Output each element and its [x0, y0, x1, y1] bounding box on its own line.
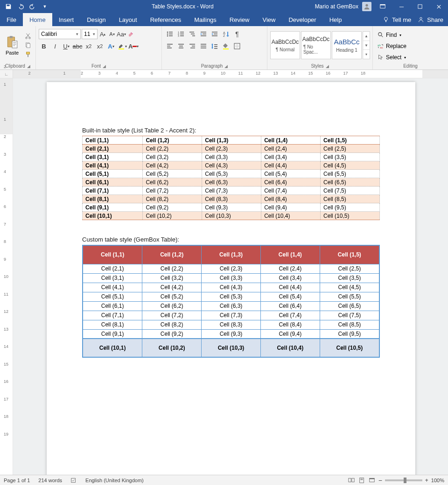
status-proofing-icon[interactable] — [70, 477, 77, 484]
zoom-level[interactable]: 100% — [431, 478, 444, 483]
table-cell[interactable]: Cell (9,5) — [320, 329, 379, 339]
clear-formatting-button[interactable] — [126, 29, 135, 39]
table-cell[interactable]: Cell (5,2) — [142, 292, 202, 301]
table-cell[interactable]: Cell (8,5) — [320, 320, 379, 329]
table-cell[interactable]: Cell (7,4) — [260, 311, 320, 320]
table-cell[interactable]: Cell (8,4) — [261, 195, 321, 203]
table-cell[interactable]: Cell (8,1) — [83, 195, 143, 203]
table-cell[interactable]: Cell (5,1) — [83, 170, 143, 178]
user-avatar-icon[interactable] — [362, 2, 371, 11]
table-cell[interactable]: Cell (1,3) — [202, 245, 261, 264]
copy-button[interactable] — [23, 42, 33, 49]
table-cell[interactable]: Cell (1,3) — [202, 136, 261, 145]
clipboard-dialog-launcher[interactable]: ◢ — [27, 64, 30, 69]
table-cell[interactable]: Cell (10,5) — [320, 339, 379, 357]
save-icon[interactable] — [3, 1, 14, 12]
numbering-button[interactable]: 123 — [176, 29, 186, 39]
select-button[interactable]: Select▾ — [376, 52, 408, 62]
replace-button[interactable]: abac Replace — [376, 41, 408, 51]
table-cell[interactable]: Cell (1,1) — [83, 136, 143, 145]
table-cell[interactable]: Cell (2,2) — [142, 264, 202, 273]
table-cell[interactable]: Cell (9,4) — [260, 329, 320, 339]
table-cell[interactable]: Cell (8,2) — [143, 195, 202, 203]
table-cell[interactable]: Cell (6,2) — [142, 301, 202, 311]
table-cell[interactable]: Cell (8,3) — [202, 195, 261, 203]
table-cell[interactable]: Cell (1,2) — [142, 245, 202, 264]
table-cell[interactable]: Cell (5,4) — [261, 170, 321, 178]
table-cell[interactable]: Cell (5,5) — [320, 292, 379, 301]
table-cell[interactable]: Cell (3,3) — [202, 153, 261, 161]
table-cell[interactable]: Cell (2,5) — [320, 264, 379, 273]
table-cell[interactable]: Cell (9,2) — [143, 203, 202, 212]
table-cell[interactable]: Cell (6,5) — [321, 178, 380, 187]
table-cell[interactable]: Cell (2,3) — [202, 264, 261, 273]
table-cell[interactable]: Cell (2,4) — [260, 264, 320, 273]
table-cell[interactable]: Cell (6,1) — [83, 301, 142, 311]
shading-button[interactable] — [221, 41, 231, 51]
highlight-button[interactable]: ▾ — [117, 41, 127, 51]
table-cell[interactable]: Cell (8,5) — [321, 195, 380, 203]
table-cell[interactable]: Cell (9,1) — [83, 329, 142, 339]
tab-mailings[interactable]: Mailings — [188, 13, 223, 26]
table-cell[interactable]: Cell (7,1) — [83, 187, 143, 195]
minimize-button[interactable] — [392, 0, 411, 13]
table-cell[interactable]: Cell (6,5) — [320, 301, 379, 311]
status-language[interactable]: English (United Kingdom) — [85, 478, 144, 483]
table-cell[interactable]: Cell (6,3) — [202, 301, 261, 311]
table-cell[interactable]: Cell (2,4) — [261, 145, 321, 153]
horizontal-ruler[interactable]: ∟ 12123456789101112131415161718 — [0, 70, 448, 78]
table-cell[interactable]: Cell (9,4) — [261, 203, 321, 212]
table-cell[interactable]: Cell (4,4) — [261, 161, 321, 170]
style-item-2[interactable]: AaBbCcHeading 1 — [332, 31, 362, 59]
table-cell[interactable]: Cell (3,2) — [142, 273, 202, 283]
table-cell[interactable]: Cell (6,4) — [260, 301, 320, 311]
table-cell[interactable]: Cell (4,1) — [83, 283, 142, 292]
view-print-layout-icon[interactable] — [358, 477, 365, 484]
table-cell[interactable]: Cell (8,1) — [83, 320, 142, 329]
table-cell[interactable]: Cell (1,4) — [260, 245, 320, 264]
table-cell[interactable]: Cell (10,4) — [261, 212, 321, 220]
table-cell[interactable]: Cell (1,1) — [83, 245, 142, 264]
table-cell[interactable]: Cell (5,1) — [83, 292, 142, 301]
decrease-indent-button[interactable] — [198, 29, 209, 39]
tab-references[interactable]: References — [144, 13, 188, 26]
table-cell[interactable]: Cell (9,5) — [321, 203, 380, 212]
paste-button[interactable]: Paste — [3, 28, 21, 62]
table-cell[interactable]: Cell (2,1) — [83, 145, 143, 153]
multilevel-list-button[interactable] — [187, 29, 197, 39]
table-cell[interactable]: Cell (4,2) — [142, 283, 202, 292]
grow-font-button[interactable]: A▴ — [98, 29, 107, 39]
sort-button[interactable]: AZ — [221, 29, 231, 39]
paragraph-dialog-launcher[interactable]: ◢ — [224, 64, 228, 69]
table-cell[interactable]: Cell (2,2) — [143, 145, 202, 153]
table-cell[interactable]: Cell (4,3) — [202, 283, 261, 292]
table-cell[interactable]: Cell (3,3) — [202, 273, 261, 283]
tab-file[interactable]: File — [0, 13, 23, 26]
table-cell[interactable]: Cell (9,3) — [202, 203, 261, 212]
table-custom-style[interactable]: Cell (1,1)Cell (1,2)Cell (1,3)Cell (1,4)… — [82, 245, 380, 358]
qat-dropdown[interactable]: ▼ — [39, 1, 50, 12]
table-cell[interactable]: Cell (3,1) — [83, 273, 142, 283]
table-cell[interactable]: Cell (2,1) — [83, 264, 142, 273]
font-size-combo[interactable]: 11▾ — [82, 29, 98, 39]
styles-gallery-scroll[interactable]: ▲▼▾ — [363, 31, 370, 59]
table-cell[interactable]: Cell (3,2) — [143, 153, 202, 161]
table-cell[interactable]: Cell (6,3) — [202, 178, 261, 187]
find-button[interactable]: Find▾ — [376, 30, 408, 40]
table-cell[interactable]: Cell (10,2) — [142, 339, 202, 357]
table-cell[interactable]: Cell (4,5) — [320, 283, 379, 292]
style-item-0[interactable]: AaBbCcDc¶ Normal — [270, 31, 300, 59]
tellme-button[interactable]: Tell me — [383, 16, 411, 23]
increase-indent-button[interactable] — [210, 29, 220, 39]
format-painter-button[interactable] — [23, 51, 33, 58]
table-cell[interactable]: Cell (7,2) — [142, 311, 202, 320]
table-cell[interactable]: Cell (8,3) — [202, 320, 261, 329]
maximize-button[interactable] — [411, 0, 429, 13]
document-page[interactable]: Built-in table style (List Table 2 - Acc… — [47, 82, 415, 475]
line-spacing-button[interactable] — [210, 41, 220, 51]
styles-dialog-launcher[interactable]: ◢ — [326, 64, 329, 69]
show-marks-button[interactable]: ¶ — [232, 29, 242, 39]
table-cell[interactable]: Cell (1,4) — [261, 136, 321, 145]
table-cell[interactable]: Cell (9,1) — [83, 203, 143, 212]
table-cell[interactable]: Cell (8,2) — [142, 320, 202, 329]
